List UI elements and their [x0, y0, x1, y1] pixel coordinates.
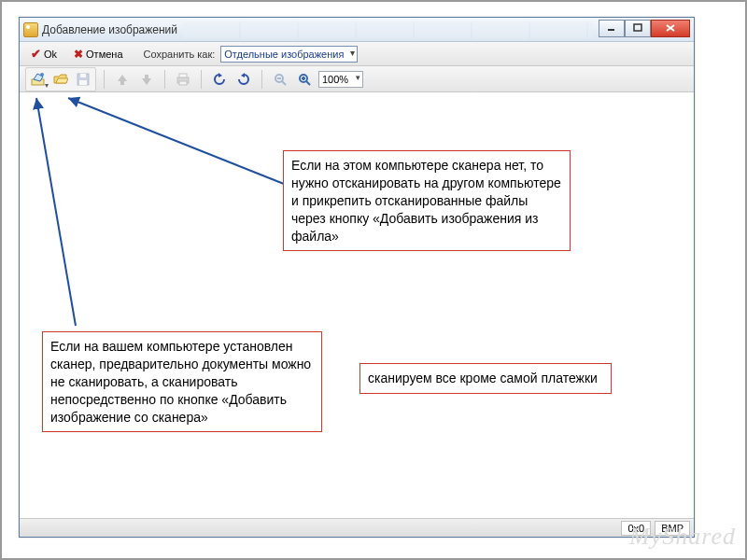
close-button[interactable] [651, 20, 690, 37]
svg-line-20 [68, 98, 289, 186]
arrow-up-icon [116, 73, 129, 86]
save-button[interactable] [73, 69, 93, 90]
titlebar: Добавление изображений [20, 18, 694, 42]
annotation-scan-all-text: сканируем все кроме самой платежки [368, 371, 598, 385]
toolbar-main: ✔ Ok ✖ Отмена Сохранить как: Отдельные и… [20, 42, 694, 66]
save-as-combo[interactable]: Отдельные изображения [220, 46, 358, 63]
ok-button[interactable]: ✔ Ok [25, 45, 63, 63]
arrow-down-icon [140, 73, 153, 86]
add-from-scanner-button[interactable]: ▾ [28, 69, 49, 90]
maximize-icon [633, 23, 642, 33]
statusbar: 0x0 BMP [20, 518, 694, 537]
add-from-file-button[interactable] [50, 69, 71, 90]
zoom-in-icon [298, 73, 311, 86]
zoom-combo[interactable]: 100% [318, 71, 363, 88]
close-icon [665, 23, 676, 33]
svg-rect-7 [80, 74, 86, 77]
zoom-out-icon [274, 73, 287, 86]
svg-rect-8 [79, 80, 87, 85]
save-as-label: Сохранить как: [144, 49, 216, 60]
window-controls [599, 20, 690, 37]
separator [201, 70, 202, 89]
annotation-scan-all: сканируем все кроме самой платежки [359, 363, 612, 394]
cancel-label: Отмена [86, 49, 122, 60]
arrow-to-scanner [20, 92, 300, 372]
rotate-left-icon [213, 73, 226, 86]
svg-line-13 [282, 81, 286, 85]
print-button[interactable] [173, 69, 193, 90]
check-icon: ✔ [31, 47, 41, 61]
cancel-button[interactable]: ✖ Отмена [68, 46, 128, 63]
rotate-right-icon [237, 73, 250, 86]
svg-rect-11 [179, 81, 187, 85]
diskette-icon [76, 72, 91, 87]
svg-line-19 [36, 98, 76, 326]
minimize-icon [607, 23, 616, 33]
window-title: Добавление изображений [42, 23, 177, 36]
move-up-button[interactable] [112, 69, 133, 90]
zoom-value: 100% [322, 74, 348, 85]
app-window: Добавление изображений ✔ Ok ✖ [19, 17, 695, 538]
app-icon [23, 22, 38, 37]
x-icon: ✖ [74, 48, 83, 61]
toolbar-tools: ▾ [20, 66, 694, 92]
svg-point-5 [40, 73, 44, 77]
printer-icon [176, 72, 190, 87]
annotation-has-scanner: Если на вашем компьютере установлен скан… [42, 331, 322, 432]
annotation-no-scanner-text: Если на этом компьютере сканера нет, то … [291, 158, 561, 244]
minimize-button[interactable] [599, 20, 625, 37]
titlebar-background [183, 21, 593, 38]
save-as-value: Отдельные изображения [224, 49, 344, 60]
annotation-no-scanner: Если на этом компьютере сканера нет, то … [283, 150, 571, 251]
rotate-left-button[interactable] [209, 69, 230, 90]
folder-open-icon [53, 72, 68, 87]
watermark: MyShared [629, 523, 736, 551]
scanner-icon [31, 72, 46, 87]
separator [104, 70, 105, 89]
maximize-button[interactable] [625, 20, 651, 37]
scan-group: ▾ [25, 67, 96, 91]
separator [261, 70, 262, 89]
move-down-button[interactable] [136, 69, 157, 90]
svg-rect-1 [634, 24, 641, 31]
ok-label: Ok [44, 49, 57, 60]
rotate-right-button[interactable] [233, 69, 254, 90]
zoom-in-button[interactable] [294, 69, 315, 90]
separator [164, 70, 165, 89]
canvas-area: Если на этом компьютере сканера нет, то … [20, 92, 694, 531]
zoom-out-button[interactable] [270, 69, 290, 90]
svg-line-16 [306, 81, 310, 85]
annotation-has-scanner-text: Если на вашем компьютере установлен скан… [50, 339, 311, 425]
svg-rect-10 [179, 74, 187, 77]
arrow-to-file [20, 92, 318, 214]
